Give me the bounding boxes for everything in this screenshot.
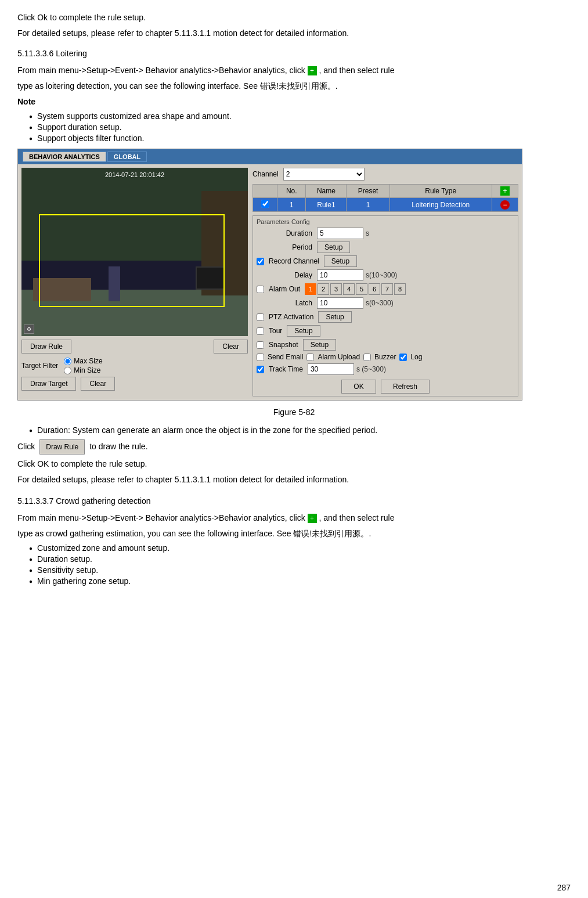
row-type: Loitering Detection bbox=[389, 198, 492, 212]
delay-unit: s(10~300) bbox=[366, 271, 397, 279]
col-name: Name bbox=[306, 185, 347, 198]
period-label: Period bbox=[257, 243, 315, 251]
target-filter-row: Target Filter Max Size Min Size bbox=[21, 357, 248, 374]
max-size-radio[interactable] bbox=[64, 358, 71, 365]
alarm-btn-4[interactable]: 4 bbox=[343, 283, 355, 295]
params-title: Parameters Config bbox=[257, 218, 514, 225]
plus-icon: + bbox=[308, 66, 317, 75]
refresh-button[interactable]: Refresh bbox=[381, 380, 430, 394]
tour-setup-button[interactable]: Setup bbox=[287, 325, 320, 337]
crowd-bullet-a: Customized zone and amount setup. bbox=[29, 543, 571, 553]
latch-unit: s(0~300) bbox=[366, 299, 394, 307]
bullet-duration: Duration: System can generate an alarm o… bbox=[29, 425, 571, 435]
clear-button-1[interactable]: Clear bbox=[214, 340, 248, 354]
col-no: No. bbox=[277, 185, 306, 198]
period-setup-button[interactable]: Setup bbox=[317, 241, 350, 253]
snapshot-label: Snapshot bbox=[266, 341, 301, 349]
rules-table: No. Name Preset Rule Type + 1 bbox=[252, 184, 518, 212]
section-337-heading: 5.11.3.3.7 Crowd gathering detection bbox=[17, 495, 571, 507]
line1: Click Ok to complete the rule setup. bbox=[17, 12, 571, 24]
alarm-btn-5[interactable]: 5 bbox=[356, 283, 367, 295]
click-draw-rule: Click Draw Rule to draw the rule. bbox=[17, 439, 571, 455]
max-size-label: Max Size bbox=[74, 357, 102, 365]
alarm-btn-2[interactable]: 2 bbox=[318, 283, 329, 295]
video-icon-1: ⚙ bbox=[24, 324, 34, 334]
radio-group: Max Size Min Size bbox=[64, 357, 102, 374]
ok-button[interactable]: OK bbox=[341, 380, 376, 394]
delay-input[interactable] bbox=[317, 269, 363, 281]
row-no: 1 bbox=[277, 198, 306, 212]
duration-label: Duration bbox=[257, 229, 315, 237]
duration-input[interactable]: 5 bbox=[317, 228, 363, 239]
send-email-label: Send Email bbox=[268, 353, 303, 361]
intro-337c: type as crowd gathering estimation, you … bbox=[17, 528, 571, 540]
draw-rule-button[interactable]: Draw Rule bbox=[21, 340, 71, 354]
target-filter-label: Target Filter bbox=[21, 362, 58, 370]
click-ok-line: Click OK to complete the rule setup. bbox=[17, 458, 571, 470]
snapshot-checkbox[interactable] bbox=[257, 341, 264, 349]
record-channel-checkbox[interactable] bbox=[257, 258, 264, 265]
channel-row: Channel 2 bbox=[252, 168, 518, 181]
track-time-label: Track Time bbox=[266, 365, 305, 373]
min-size-radio[interactable] bbox=[64, 367, 71, 374]
bullet-item-3: Support objects filter function. bbox=[29, 134, 571, 143]
clear-button-2[interactable]: Clear bbox=[81, 377, 115, 391]
alarm-btn-3[interactable]: 3 bbox=[330, 283, 342, 295]
ptz-setup-button[interactable]: Setup bbox=[318, 311, 351, 323]
panel-header: BEHAVIOR ANALYTICS GLOBAL bbox=[18, 149, 522, 164]
bottom-buttons: OK Refresh bbox=[257, 380, 514, 394]
ptz-checkbox[interactable] bbox=[257, 313, 264, 321]
latch-input[interactable] bbox=[317, 297, 363, 309]
alarm-upload-checkbox[interactable] bbox=[306, 354, 314, 361]
min-size-label: Min Size bbox=[74, 366, 100, 374]
send-email-checkbox[interactable] bbox=[257, 354, 264, 361]
intro-336: From main menu->Setup->Event-> Behavior … bbox=[17, 64, 571, 77]
page-number: 287 bbox=[557, 883, 571, 892]
alarm-btn-7[interactable]: 7 bbox=[381, 283, 393, 295]
row-del-cell: − bbox=[492, 198, 518, 212]
alarm-out-checkbox[interactable] bbox=[257, 286, 264, 293]
crowd-bullets: Customized zone and amount setup. Durati… bbox=[29, 543, 571, 586]
table-row: 1 Rule1 1 Loitering Detection − bbox=[253, 198, 518, 212]
record-channel-setup-button[interactable]: Setup bbox=[324, 255, 357, 267]
params-config: Parameters Config Duration 5 s Period Se… bbox=[252, 215, 518, 396]
behavior-analytics-panel: BEHAVIOR ANALYTICS GLOBAL 2014-07-21 20:… bbox=[17, 149, 522, 401]
draw-target-row: Draw Target Clear bbox=[21, 377, 248, 391]
draw-rule-inline: Draw Rule bbox=[39, 439, 85, 455]
note-bullets: System supports customized area shape an… bbox=[29, 111, 571, 143]
alarm-out-row: Alarm Out 1 2 3 4 5 6 7 8 bbox=[257, 283, 514, 295]
add-rule-button[interactable]: + bbox=[500, 186, 510, 196]
section-336-heading: 5.11.3.3.6 Loitering bbox=[17, 48, 571, 60]
config-panel: Channel 2 No. Name Preset Rule Type + bbox=[252, 168, 518, 396]
delay-row: Delay s(10~300) bbox=[257, 269, 514, 281]
delete-rule-button[interactable]: − bbox=[500, 200, 510, 210]
log-label: Log bbox=[410, 353, 422, 361]
duration-row: Duration 5 s bbox=[257, 228, 514, 239]
channel-label: Channel bbox=[252, 170, 279, 178]
record-channel-row: Record Channel Setup bbox=[257, 255, 514, 267]
record-channel-label: Record Channel bbox=[266, 257, 322, 265]
track-time-checkbox[interactable] bbox=[257, 366, 264, 373]
tab-global[interactable]: GLOBAL bbox=[107, 152, 147, 162]
col-preset: Preset bbox=[347, 185, 389, 198]
row-name: Rule1 bbox=[306, 198, 347, 212]
alarm-btn-1[interactable]: 1 bbox=[305, 283, 316, 295]
col-add: + bbox=[492, 185, 518, 198]
log-checkbox[interactable] bbox=[399, 354, 407, 361]
buzzer-checkbox[interactable] bbox=[363, 354, 371, 361]
col-rule-type: Rule Type bbox=[389, 185, 492, 198]
detailed-ref-2: For detailed setups, please refer to cha… bbox=[17, 474, 571, 486]
row-checkbox[interactable] bbox=[261, 200, 269, 208]
draw-target-button[interactable]: Draw Target bbox=[21, 377, 76, 391]
snapshot-setup-button[interactable]: Setup bbox=[303, 339, 336, 351]
tour-checkbox[interactable] bbox=[257, 327, 264, 335]
alarm-btn-8[interactable]: 8 bbox=[394, 283, 406, 295]
alarm-btn-6[interactable]: 6 bbox=[369, 283, 380, 295]
crowd-bullet-c: Sensitivity setup. bbox=[29, 565, 571, 575]
latch-label: Latch bbox=[257, 299, 315, 307]
video-bottom-icons: ⚙ bbox=[24, 324, 34, 334]
channel-select[interactable]: 2 bbox=[283, 168, 365, 181]
tab-behavior-analytics[interactable]: BEHAVIOR ANALYTICS bbox=[23, 152, 106, 162]
alarm-upload-label: Alarm Upload bbox=[318, 353, 360, 361]
track-time-input[interactable] bbox=[308, 363, 354, 375]
